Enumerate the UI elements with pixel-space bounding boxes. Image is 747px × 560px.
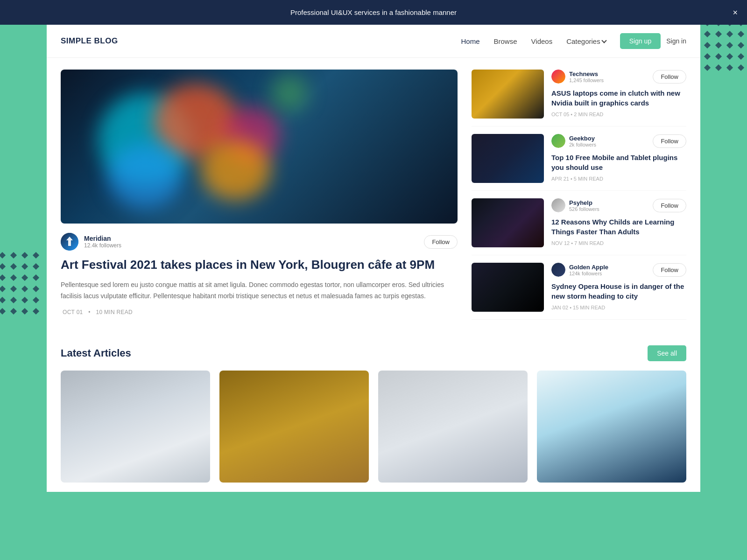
sidebar-avatar-0 xyxy=(551,70,565,84)
latest-card-1[interactable] xyxy=(61,371,210,483)
sidebar-author-row-3: Golden Apple124k followersFollow xyxy=(551,263,686,277)
featured-date: OCT 01 xyxy=(63,309,83,315)
featured-author-avatar xyxy=(61,233,78,251)
sidebar-meta-3: JAN 02 • 15 MIN READ xyxy=(551,305,686,310)
sidebar-thumb-1[interactable] xyxy=(472,134,544,183)
nav-links: Home Browse Videos Categories xyxy=(461,37,606,45)
sidebar-meta-1: APR 21 • 5 MIN READ xyxy=(551,176,686,182)
featured-image-canvas xyxy=(61,70,458,224)
nav-actions: Sign up Sign in xyxy=(620,33,686,49)
nav-categories[interactable]: Categories xyxy=(566,37,606,45)
featured-author-info: Meridian 12.4k followers xyxy=(84,235,418,249)
nav-home[interactable]: Home xyxy=(461,37,480,45)
sidebar-content-0: Technews1,245 followersFollowASUS laptop… xyxy=(551,70,686,119)
featured-title: Art Festival 2021 takes places in New Yo… xyxy=(61,257,458,273)
main-container: SIMPLE BLOG Home Browse Videos Categorie… xyxy=(47,25,700,492)
sidebar-follow-button-1[interactable]: Follow xyxy=(653,134,686,148)
announcement-bar: Professional UI&UX services in a fashion… xyxy=(0,0,747,25)
svg-point-3 xyxy=(551,134,565,148)
sidebar-avatar-3 xyxy=(551,263,565,277)
sidebar-author-followers-1: 2k followers xyxy=(569,142,649,147)
sidebar-author-followers-0: 1,245 followers xyxy=(569,77,649,83)
sidebar-author-info-2: Psyhelp526 followers xyxy=(569,199,649,212)
meridian-avatar-icon xyxy=(61,233,78,251)
sidebar-meta-0: OCT 05 • 2 MIN READ xyxy=(551,112,686,117)
nav-browse[interactable]: Browse xyxy=(494,37,517,45)
sidebar-author-followers-3: 124k followers xyxy=(569,271,649,276)
sidebar-author-name-1: Geekboy xyxy=(569,135,649,142)
announcement-close-button[interactable]: × xyxy=(733,8,738,17)
featured-meta: OCT 01 • 10 MIN READ xyxy=(61,309,458,315)
categories-chevron-icon xyxy=(601,38,606,43)
featured-author-followers: 12.4k followers xyxy=(84,242,418,249)
nav-videos[interactable]: Videos xyxy=(531,37,553,45)
signup-button[interactable]: Sign up xyxy=(620,33,661,49)
announcement-text: Professional UI&UX services in a fashion… xyxy=(290,8,457,16)
signin-button[interactable]: Sign in xyxy=(666,37,686,45)
sidebar-author-row-2: Psyhelp526 followersFollow xyxy=(551,198,686,212)
svg-point-2 xyxy=(551,70,565,84)
sidebar-author-name-3: Golden Apple xyxy=(569,264,649,271)
latest-card-3[interactable] xyxy=(378,371,528,483)
sidebar-articles: Technews1,245 followersFollowASUS laptop… xyxy=(472,70,686,320)
sidebar-avatar-1 xyxy=(551,134,565,148)
sidebar-meta-2: NOV 12 • 7 MIN READ xyxy=(551,240,686,246)
latest-grid xyxy=(61,371,686,483)
featured-separator: • xyxy=(88,309,91,315)
sidebar-content-3: Golden Apple124k followersFollowSydney O… xyxy=(551,263,686,312)
sidebar-title-3: Sydney Opera House is in danger of the n… xyxy=(551,281,686,301)
sidebar-author-row-1: Geekboy2k followersFollow xyxy=(551,134,686,148)
latest-header: Latest Articles See all xyxy=(61,345,686,361)
logo: SIMPLE BLOG xyxy=(61,36,118,46)
sidebar-thumb-2[interactable] xyxy=(472,198,544,247)
header: SIMPLE BLOG Home Browse Videos Categorie… xyxy=(47,25,700,58)
sidebar-article-0: Technews1,245 followersFollowASUS laptop… xyxy=(472,70,686,126)
featured-excerpt: Pellentesque sed lorem eu justo congue m… xyxy=(61,280,458,302)
sidebar-article-2: Psyhelp526 followersFollow12 Reasons Why… xyxy=(472,191,686,255)
sidebar-follow-button-2[interactable]: Follow xyxy=(653,199,686,212)
see-all-button[interactable]: See all xyxy=(648,345,686,361)
sidebar-author-name-2: Psyhelp xyxy=(569,199,649,206)
sidebar-title-0: ASUS laptops come in clutch with new Nvi… xyxy=(551,88,686,108)
featured-author-row: Meridian 12.4k followers Follow xyxy=(61,233,458,251)
sidebar-title-2: 12 Reasons Why Childs are Learning Thing… xyxy=(551,217,686,237)
sidebar-follow-button-3[interactable]: Follow xyxy=(653,263,686,277)
sidebar-author-followers-2: 526 followers xyxy=(569,206,649,212)
sidebar-follow-button-0[interactable]: Follow xyxy=(653,70,686,84)
latest-card-4[interactable] xyxy=(537,371,686,483)
latest-title: Latest Articles xyxy=(61,347,131,359)
sidebar-author-info-3: Golden Apple124k followers xyxy=(569,264,649,276)
svg-point-5 xyxy=(551,263,565,277)
ink-blob-4 xyxy=(201,140,271,200)
sidebar-article-3: Golden Apple124k followersFollowSydney O… xyxy=(472,255,686,320)
featured-image xyxy=(61,70,458,224)
diamond-decoration-bottom-left: (function() { const el = document.queryS… xyxy=(0,253,42,317)
svg-point-4 xyxy=(551,198,565,212)
ink-blob-5 xyxy=(107,144,182,210)
sidebar-content-1: Geekboy2k followersFollowTop 10 Free Mob… xyxy=(551,134,686,183)
ink-blob-6 xyxy=(271,74,308,112)
latest-card-2[interactable] xyxy=(219,371,369,483)
sidebar-avatar-2 xyxy=(551,198,565,212)
sidebar-thumb-0[interactable] xyxy=(472,70,544,119)
featured-read-time: 10 MIN READ xyxy=(96,309,133,315)
featured-follow-button[interactable]: Follow xyxy=(424,235,458,249)
sidebar-article-1: Geekboy2k followersFollowTop 10 Free Mob… xyxy=(472,126,686,191)
content-area: Meridian 12.4k followers Follow Art Fest… xyxy=(47,58,700,331)
featured-author-name: Meridian xyxy=(84,235,418,242)
sidebar-author-info-1: Geekboy2k followers xyxy=(569,135,649,147)
sidebar-author-name-0: Technews xyxy=(569,70,649,77)
latest-section: Latest Articles See all xyxy=(47,331,700,492)
featured-article: Meridian 12.4k followers Follow Art Fest… xyxy=(61,70,458,320)
sidebar-author-info-0: Technews1,245 followers xyxy=(569,70,649,83)
sidebar-thumb-3[interactable] xyxy=(472,263,544,312)
sidebar-author-row-0: Technews1,245 followersFollow xyxy=(551,70,686,84)
sidebar-title-1: Top 10 Free Mobile and Tablet plugins yo… xyxy=(551,153,686,172)
sidebar-content-2: Psyhelp526 followersFollow12 Reasons Why… xyxy=(551,198,686,247)
